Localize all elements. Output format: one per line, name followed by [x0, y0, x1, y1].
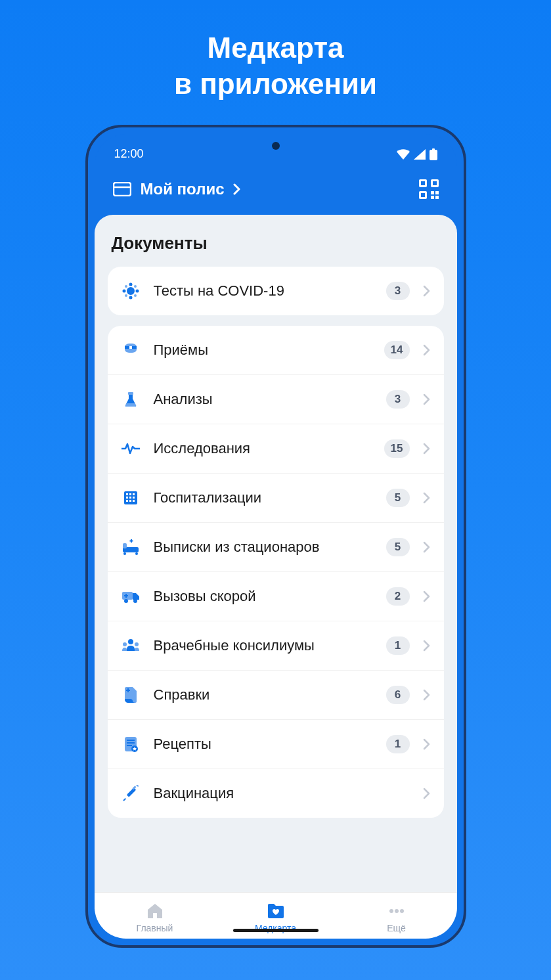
svg-rect-27	[126, 493, 128, 495]
chevron-right-icon	[423, 443, 431, 455]
svg-rect-55	[127, 745, 132, 746]
phone-screen: 12:00 Мой полис Документы	[95, 134, 457, 939]
ambulance-icon	[121, 587, 141, 606]
count-badge: 3	[386, 390, 410, 409]
svg-rect-10	[431, 191, 434, 194]
svg-rect-57	[126, 788, 136, 797]
svg-rect-35	[133, 500, 135, 502]
svg-rect-33	[126, 500, 128, 502]
phone-frame: 12:00 Мой полис Документы	[85, 125, 466, 948]
svg-rect-31	[129, 497, 131, 499]
chevron-right-icon	[423, 492, 431, 504]
bottom-nav: Главный Медкарта Ещё	[95, 892, 457, 939]
svg-point-18	[135, 290, 139, 293]
list-item[interactable]: Госпитализации5	[108, 474, 444, 523]
promo-line2: в приложении	[174, 66, 377, 102]
item-label: Вакцинация	[154, 785, 410, 802]
featured-card: Тесты на COVID-19 3	[108, 267, 444, 315]
svg-rect-9	[421, 193, 425, 197]
svg-point-22	[134, 294, 137, 297]
status-bar: 12:00	[95, 134, 457, 167]
list-item[interactable]: Справки6	[108, 671, 444, 720]
item-label: Врачебные консилиумы	[154, 637, 373, 654]
svg-point-14	[127, 287, 135, 295]
list-item[interactable]: Анализы3	[108, 375, 444, 424]
svg-rect-51	[126, 690, 130, 691]
svg-rect-32	[133, 497, 135, 499]
svg-point-62	[395, 909, 399, 913]
certificate-icon	[121, 685, 141, 705]
home-icon	[146, 902, 164, 920]
status-icons	[397, 148, 437, 160]
documents-card: Приёмы14Анализы3Исследования15Госпитализ…	[108, 326, 444, 818]
list-item[interactable]: Приёмы14	[108, 326, 444, 375]
lab-icon	[121, 390, 141, 409]
folder-heart-icon	[266, 902, 286, 920]
nav-more[interactable]: Ещё	[336, 902, 456, 933]
vaccine-icon	[121, 784, 141, 803]
chevron-right-icon	[423, 590, 431, 602]
app-header: Мой полис	[95, 167, 457, 215]
signal-icon	[414, 149, 426, 160]
list-item[interactable]: Рецепты1	[108, 720, 444, 769]
svg-point-47	[128, 639, 133, 644]
svg-rect-34	[129, 500, 131, 502]
list-item[interactable]: Вакцинация	[108, 769, 444, 818]
svg-point-16	[129, 296, 132, 300]
section-title: Документы	[108, 233, 444, 254]
list-item[interactable]: Выписки из стационаров5	[108, 523, 444, 572]
item-label: Анализы	[154, 391, 373, 408]
item-label: Госпитализации	[154, 489, 373, 506]
nav-label: Ещё	[387, 923, 406, 933]
virus-icon	[121, 281, 141, 301]
home-indicator	[233, 929, 319, 932]
svg-rect-7	[433, 181, 437, 185]
list-item[interactable]: Вызовы скорой2	[108, 572, 444, 621]
count-badge: 5	[386, 538, 410, 556]
item-label: Вызовы скорой	[154, 588, 373, 605]
nav-home[interactable]: Главный	[95, 902, 214, 933]
svg-rect-1	[432, 148, 435, 150]
discharge-icon	[121, 537, 141, 557]
count-badge: 15	[384, 439, 410, 458]
item-label: Тесты на COVID-19	[154, 282, 373, 300]
list-item[interactable]: Врачебные консилиумы1	[108, 621, 444, 671]
svg-point-44	[133, 599, 137, 603]
count-badge: 1	[386, 636, 410, 655]
svg-point-17	[122, 290, 125, 293]
more-icon	[387, 902, 406, 920]
battery-icon	[430, 148, 437, 160]
svg-rect-24	[129, 346, 132, 349]
promo-title: Медкарта в приложении	[174, 30, 377, 102]
svg-point-20	[134, 285, 137, 288]
chevron-right-icon	[423, 738, 431, 750]
chevron-right-icon	[423, 788, 431, 799]
item-label: Приёмы	[154, 342, 371, 359]
policy-label: Мой полис	[141, 180, 225, 198]
policy-link[interactable]: Мой полис	[113, 180, 242, 198]
list-item-covid[interactable]: Тесты на COVID-19 3	[108, 267, 444, 315]
svg-point-21	[125, 294, 127, 297]
svg-rect-5	[421, 181, 425, 185]
svg-rect-59	[123, 798, 126, 801]
svg-rect-2	[114, 183, 131, 196]
item-label: Справки	[154, 686, 373, 703]
svg-point-15	[129, 283, 132, 286]
card-icon	[113, 182, 131, 196]
promo-line1: Медкарта	[174, 30, 377, 66]
chevron-right-icon	[233, 183, 241, 195]
chevron-right-icon	[423, 689, 431, 701]
svg-rect-11	[435, 191, 439, 194]
svg-point-40	[123, 552, 126, 555]
hospital-icon	[121, 488, 141, 508]
count-badge: 3	[386, 282, 410, 300]
item-label: Исследования	[154, 440, 371, 457]
svg-rect-37	[123, 543, 127, 548]
chevron-right-icon	[423, 541, 431, 553]
chevron-right-icon	[423, 393, 431, 405]
svg-rect-39	[129, 541, 133, 542]
qr-icon[interactable]	[419, 179, 439, 199]
council-icon	[121, 636, 141, 656]
svg-rect-0	[430, 150, 437, 160]
list-item[interactable]: Исследования15	[108, 424, 444, 474]
